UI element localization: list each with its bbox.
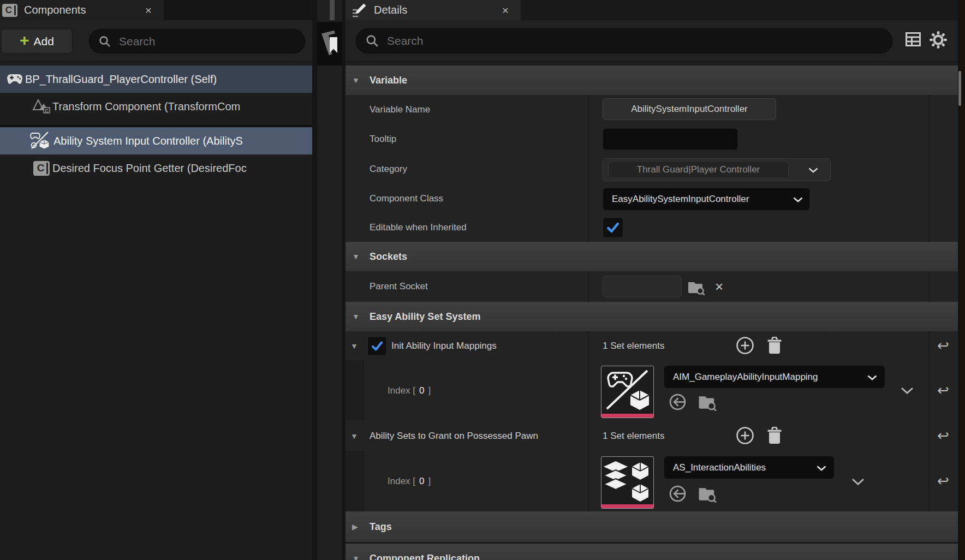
column-splitter[interactable] xyxy=(588,213,589,242)
chevron-down-icon xyxy=(817,466,826,471)
editable-when-inherited-checkbox[interactable] xyxy=(603,217,623,238)
row-set-index-0-input-mapping: Index [ 0 ] AIM_GameplayAbili xyxy=(346,360,958,422)
row-tooltip: Tooltip xyxy=(346,124,958,155)
asset-color-bar xyxy=(601,504,653,508)
close-icon[interactable]: × xyxy=(502,4,509,17)
row-init-ability-input-mappings: ▼ Init Ability Input Mappings 1 Set elem… xyxy=(346,331,958,361)
tree-row-self[interactable]: BP_ThrallGuard_PlayerController (Self) xyxy=(0,65,312,93)
c-component-icon: C xyxy=(31,161,52,176)
variable-name-input[interactable]: AbilitySystemInputController xyxy=(603,98,776,120)
gamepad-icon xyxy=(4,74,25,85)
asset-thumbnail-ability-set[interactable] xyxy=(601,456,654,509)
collapse-triangle-icon[interactable]: ▼ xyxy=(352,76,363,85)
collapse-triangle-icon[interactable]: ▼ xyxy=(352,554,363,560)
input-mapping-asset-combobox[interactable]: AIM_GameplayAbilityInputMapping xyxy=(664,366,885,388)
parent-socket-input[interactable] xyxy=(603,276,682,297)
tree-row-label: Ability System Input Controller (Ability… xyxy=(53,135,243,147)
reset-to-default-icon[interactable]: ↩ xyxy=(928,421,958,451)
column-splitter[interactable] xyxy=(928,154,930,184)
components-tab-bar: C Components × xyxy=(0,0,312,20)
ability-set-asset-combobox[interactable]: AS_InteractionAbilities xyxy=(664,456,834,479)
components-toolbar: + Add xyxy=(0,20,312,62)
details-toolbar xyxy=(346,20,965,62)
display-filter-icon[interactable] xyxy=(906,32,921,46)
panel-gap xyxy=(312,0,346,560)
expand-triangle-icon[interactable]: ▼ xyxy=(350,421,358,451)
check-icon xyxy=(606,221,620,235)
section-header-tags[interactable]: ▶ Tags xyxy=(346,511,958,543)
expand-chevron-icon[interactable] xyxy=(901,387,914,394)
empty-set-trash-icon[interactable] xyxy=(766,337,783,355)
row-editable-when-inherited: Editable when Inherited xyxy=(346,213,958,243)
tree-row-ability-system-input-controller[interactable]: Ability System Input Controller (Ability… xyxy=(0,127,312,154)
collapsed-triangle-icon[interactable]: ▶ xyxy=(352,522,363,531)
tree-row-desired-focus-point-getter[interactable]: C Desired Focus Point Getter (DesiredFoc xyxy=(0,154,312,182)
details-search-input[interactable] xyxy=(386,34,763,48)
svg-text:C: C xyxy=(45,108,49,114)
row-variable-name: Variable Name AbilitySystemInputControll… xyxy=(346,95,958,125)
details-panel: Details × xyxy=(346,0,965,560)
column-splitter[interactable] xyxy=(588,451,589,511)
section-header-variable[interactable]: ▼ Variable xyxy=(346,65,958,96)
details-tab-bar: Details × xyxy=(346,0,965,20)
section-header-easy-ability-set-system[interactable]: ▼ Easy Ability Set System xyxy=(346,302,958,332)
details-scrollbar[interactable] xyxy=(958,71,961,106)
details-tab-label: Details xyxy=(374,4,407,16)
empty-set-trash-icon[interactable] xyxy=(766,427,783,445)
column-splitter[interactable] xyxy=(928,184,930,213)
init-ability-input-mappings-checkbox[interactable] xyxy=(367,336,387,356)
component-class-combobox[interactable]: EasyAbilitySystemInputController xyxy=(603,188,810,211)
column-splitter[interactable] xyxy=(928,95,930,124)
column-splitter[interactable] xyxy=(928,213,930,242)
section-header-component-replication[interactable]: ▼ Component Replication xyxy=(346,544,958,560)
column-splitter[interactable] xyxy=(588,184,589,213)
reset-to-default-icon[interactable]: ↩ xyxy=(928,331,958,360)
reset-to-default-icon[interactable]: ↩ xyxy=(928,451,958,511)
asset-thumbnail-input-mapping[interactable] xyxy=(601,366,654,418)
tooltip-input[interactable] xyxy=(603,128,738,150)
tree-row-label: BP_ThrallGuard_PlayerController (Self) xyxy=(25,73,217,86)
tab-details[interactable]: Details × xyxy=(346,0,521,20)
gamepad-cube-slash-icon xyxy=(601,366,653,414)
column-splitter[interactable] xyxy=(588,154,589,184)
collapse-triangle-icon[interactable]: ▼ xyxy=(352,312,363,321)
expand-triangle-icon[interactable]: ▼ xyxy=(350,331,358,360)
category-combobox[interactable]: Thrall Guard|Player Controller xyxy=(603,158,831,181)
ability-component-icon xyxy=(27,132,53,150)
collapse-triangle-icon[interactable]: ▼ xyxy=(352,252,363,261)
components-tab-icon: C xyxy=(2,4,17,17)
column-splitter[interactable] xyxy=(588,360,589,421)
search-icon xyxy=(98,35,111,48)
expand-chevron-icon[interactable] xyxy=(851,478,865,485)
browse-to-asset-icon[interactable] xyxy=(698,485,718,503)
clear-socket-icon[interactable]: × xyxy=(715,271,723,302)
components-search-input[interactable] xyxy=(118,34,271,49)
add-set-element-icon[interactable] xyxy=(736,336,754,355)
components-search-box xyxy=(89,29,305,53)
column-splitter[interactable] xyxy=(588,271,589,302)
splitter-handle[interactable] xyxy=(330,0,335,20)
tab-components[interactable]: C Components × xyxy=(0,0,164,20)
column-splitter[interactable] xyxy=(588,95,589,124)
sidebar-drawer-tab[interactable] xyxy=(317,22,342,65)
column-splitter[interactable] xyxy=(928,124,930,154)
chevron-down-icon xyxy=(867,375,877,380)
column-splitter[interactable] xyxy=(588,124,589,154)
add-component-button[interactable]: + Add xyxy=(1,29,73,53)
section-header-sockets[interactable]: ▼ Sockets xyxy=(346,242,958,272)
bookmark-icon xyxy=(320,29,339,58)
use-selected-asset-icon[interactable] xyxy=(669,485,687,503)
chevron-down-icon xyxy=(808,168,818,173)
column-splitter[interactable] xyxy=(588,331,589,360)
browse-socket-icon[interactable] xyxy=(687,279,706,295)
add-set-element-icon[interactable] xyxy=(736,426,754,445)
column-splitter[interactable] xyxy=(588,421,589,451)
reset-to-default-icon[interactable]: ↩ xyxy=(928,360,958,421)
column-splitter[interactable] xyxy=(928,271,930,302)
components-tab-label: Components xyxy=(24,4,86,16)
browse-to-asset-icon[interactable] xyxy=(698,394,718,411)
close-icon[interactable]: × xyxy=(145,4,152,17)
tree-row-transform[interactable]: C Transform Component (TransformCom xyxy=(0,93,312,120)
use-selected-asset-icon[interactable] xyxy=(669,393,687,411)
gear-icon[interactable] xyxy=(930,31,947,49)
